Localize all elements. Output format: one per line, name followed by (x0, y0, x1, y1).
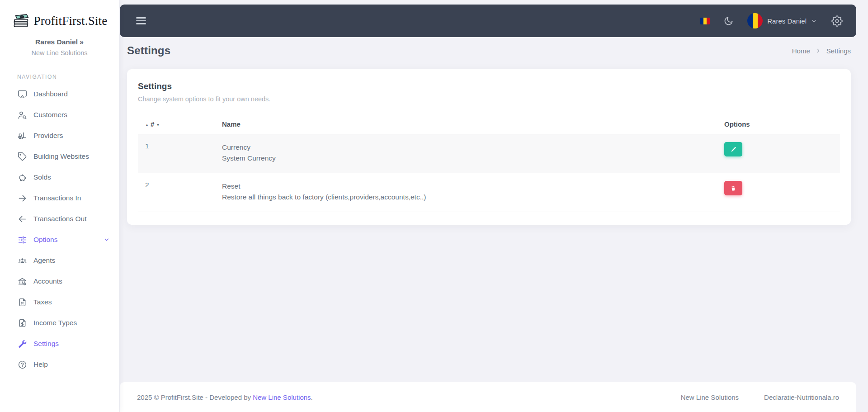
money-stack-icon (12, 13, 30, 29)
topbar-user-name: Rares Daniel (767, 17, 807, 25)
chevron-right-icon (816, 48, 821, 53)
sidebar-nav: Dashboard Customers Providers Building W… (0, 84, 119, 375)
sort-asc-icon[interactable]: ▲ (145, 123, 149, 127)
nav-section-label: NAVIGATION (17, 74, 119, 80)
footer-copyright-suffix: . (311, 393, 313, 401)
sort-desc-icon[interactable]: ▼ (156, 123, 160, 127)
bank-icon (18, 277, 27, 286)
sidebar-item-label: Income Types (33, 319, 77, 327)
gear-icon (831, 15, 843, 27)
table-header-row: ▲ # ▼ Name Options (138, 114, 840, 134)
setting-description: System Currency (222, 153, 710, 164)
sidebar-item-label: Solds (33, 173, 51, 181)
sidebar-item-label: Agents (33, 256, 55, 265)
sidebar-item-agents[interactable]: Agents (0, 250, 119, 271)
help-circle-icon (18, 360, 27, 369)
page-title: Settings (127, 44, 170, 57)
cell-options (717, 134, 840, 173)
breadcrumb-current: Settings (826, 47, 851, 55)
sidebar-item-label: Transactions Out (33, 215, 86, 223)
top-navbar: Rares Daniel (120, 5, 856, 37)
sidebar-item-help[interactable]: Help (0, 354, 119, 375)
sidebar-item-customers[interactable]: Customers (0, 104, 119, 125)
sidebar-item-transactions-in[interactable]: Transactions In (0, 188, 119, 208)
table-row: 2 Reset Restore all things back to facto… (138, 173, 840, 212)
brand-logo[interactable]: ProfitFirst.Site (0, 0, 119, 29)
footer-copyright-prefix: 2025 © ProfitFirst.Site - Developed by (137, 393, 253, 401)
sidebar-item-building-websites[interactable]: Building Websites (0, 146, 119, 167)
sidebar-item-label: Help (33, 360, 48, 369)
moon-icon (723, 16, 734, 26)
setting-name: Currency (222, 142, 710, 153)
footer: 2025 © ProfitFirst.Site - Developed by N… (120, 382, 856, 412)
sidebar-item-label: Dashboard (33, 90, 68, 98)
avatar (747, 13, 763, 28)
people-group-icon (18, 256, 27, 265)
sidebar-item-label: Transactions In (33, 194, 81, 202)
cell-id: 2 (138, 173, 215, 212)
main-content: Settings Home Settings Settings Change s… (120, 37, 868, 225)
cell-name: Reset Restore all things back to factory… (215, 173, 717, 212)
card-title: Settings (138, 81, 840, 91)
breadcrumb-home[interactable]: Home (792, 47, 810, 55)
cell-name: Currency System Currency (215, 134, 717, 173)
footer-link-declaratie-nutritionala[interactable]: Declaratie-Nutritionala.ro (764, 393, 839, 401)
sidebar-item-solds[interactable]: Solds (0, 167, 119, 188)
sidebar-item-label: Providers (33, 132, 63, 140)
column-header-id-label: # (151, 120, 154, 128)
sidebar-item-income-types[interactable]: Income Types (0, 313, 119, 333)
edit-button[interactable] (724, 142, 742, 156)
sidebar: ProfitFirst.Site Rares Daniel » New Line… (0, 0, 119, 412)
sidebar-item-providers[interactable]: Providers (0, 125, 119, 146)
pencil-icon (731, 147, 736, 152)
tag-icon (18, 152, 27, 161)
setting-name: Reset (222, 181, 710, 192)
footer-developer-link[interactable]: New Line Solutions (253, 393, 311, 401)
wrench-icon (18, 339, 27, 349)
card-subtitle: Change system options to fit your own ne… (138, 95, 840, 103)
breadcrumb: Home Settings (792, 47, 851, 55)
chevron-down-icon (811, 18, 817, 24)
piggy-bank-icon (18, 173, 27, 182)
sidebar-item-dashboard[interactable]: Dashboard (0, 84, 119, 104)
table-row: 1 Currency System Currency (138, 134, 840, 173)
column-header-id[interactable]: ▲ # ▼ (138, 114, 215, 134)
sidebar-company-name: New Line Solutions (0, 49, 119, 57)
footer-link-new-line-solutions[interactable]: New Line Solutions (681, 393, 739, 401)
cell-id: 1 (138, 134, 215, 173)
column-header-options: Options (717, 114, 840, 134)
sidebar-item-label: Options (33, 236, 57, 244)
sidebar-item-label: Taxes (33, 298, 52, 306)
sidebar-item-label: Settings (33, 340, 59, 348)
sidebar-item-label: Building Websites (33, 152, 89, 161)
dashboard-icon (18, 90, 27, 99)
footer-copyright: 2025 © ProfitFirst.Site - Developed by N… (137, 393, 313, 401)
hamburger-menu-icon[interactable] (136, 17, 146, 24)
sidebar-item-transactions-out[interactable]: Transactions Out (0, 208, 119, 229)
forklift-icon (18, 131, 27, 141)
cell-options (717, 173, 840, 212)
footer-links: New Line Solutions Declaratie-Nutritiona… (681, 393, 839, 401)
file-percent-icon (18, 298, 27, 307)
sidebar-item-options[interactable]: Options (0, 229, 119, 250)
settings-gear-button[interactable] (831, 15, 843, 27)
file-dollar-icon (18, 318, 27, 328)
settings-card: Settings Change system options to fit yo… (127, 69, 851, 225)
sidebar-item-label: Accounts (33, 277, 62, 285)
sidebar-item-settings[interactable]: Settings (0, 333, 119, 354)
chevron-down-icon (104, 237, 110, 243)
column-header-name[interactable]: Name (215, 114, 717, 134)
language-flag-icon[interactable] (700, 18, 710, 24)
sidebar-item-accounts[interactable]: Accounts (0, 271, 119, 292)
setting-description: Restore all things back to factory (clie… (222, 192, 710, 203)
sidebar-user-name[interactable]: Rares Daniel » (0, 38, 119, 46)
sidebar-item-taxes[interactable]: Taxes (0, 292, 119, 313)
sliders-icon (18, 235, 27, 245)
user-menu[interactable]: Rares Daniel (747, 13, 817, 28)
arrow-right-icon (18, 194, 27, 203)
delete-button[interactable] (724, 181, 742, 195)
arrow-left-icon (18, 214, 27, 224)
site-name: ProfitFirst.Site (34, 14, 108, 28)
dark-mode-toggle[interactable] (723, 16, 734, 26)
customer-search-icon (18, 110, 27, 120)
